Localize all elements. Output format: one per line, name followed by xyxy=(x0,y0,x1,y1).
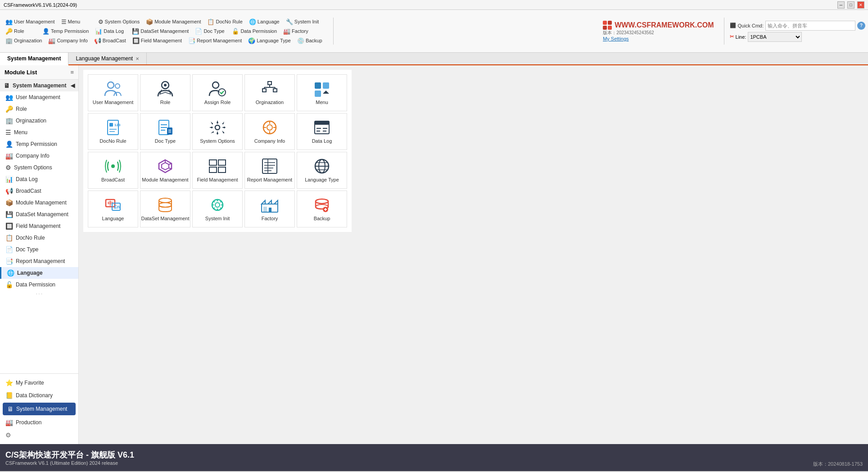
sidebar-item-module-management[interactable]: 📦 Module Management xyxy=(0,197,78,209)
grid-item-system-init[interactable]: System Init xyxy=(192,191,243,227)
sidebar-my-favorite-label: My Favorite xyxy=(16,380,44,386)
sidebar-gear-icon[interactable]: ⚙ xyxy=(0,429,78,441)
grid-factory-icon xyxy=(261,197,279,214)
toolbar-language[interactable]: 🌐 Language xyxy=(246,18,282,26)
sidebar-item-temp-permission[interactable]: 👤 Temp Permission xyxy=(0,138,78,150)
toolbar-company-info[interactable]: 🏭 Company Info xyxy=(45,36,90,45)
toolbar-data-log[interactable]: 📊 Data Log xyxy=(92,27,128,36)
toolbar-role[interactable]: 🔑 Role xyxy=(3,27,39,36)
toolbar-language-type-label: Language Type xyxy=(257,38,291,43)
grid-item-company-info[interactable]: Company Info xyxy=(244,113,295,150)
sidebar-item-broadcast[interactable]: 📢 BroadCast xyxy=(0,185,78,197)
sidebar-item-docno-rule[interactable]: 📋 DocNo Rule xyxy=(0,232,78,244)
toolbar-broadcast[interactable]: 📢 BroadCast xyxy=(91,36,129,45)
toolbar-docno-rule[interactable]: 📋 DocNo Rule xyxy=(204,18,245,26)
sidebar-bottom-my-favorite[interactable]: ⭐ My Favorite xyxy=(0,377,78,389)
sidebar-collapse-icon[interactable]: ≡ xyxy=(70,69,74,76)
sidebar-item-system-options[interactable]: ⚙ System Options xyxy=(0,162,78,173)
grid-item-system-options[interactable]: System Options xyxy=(192,113,243,150)
grid-item-language[interactable]: 中 En Language xyxy=(88,191,138,227)
sidebar-docno-rule-label: DocNo Rule xyxy=(16,235,45,241)
grid-item-factory[interactable]: Factory xyxy=(244,191,295,227)
grid-item-docno-rule[interactable]: 123 DocNo Rule xyxy=(88,113,138,150)
grid-item-backup[interactable]: Backup xyxy=(297,191,347,227)
sidebar-bottom: ⭐ My Favorite 📒 Data Dictionary 🖥 System… xyxy=(0,373,78,444)
grid-item-module-management[interactable]: Module Management xyxy=(140,152,190,189)
grid-item-broadcast[interactable]: BroadCast xyxy=(88,152,138,189)
sidebar-item-user-management[interactable]: 👥 User Management xyxy=(0,91,78,103)
grid-item-assign-role[interactable]: Assign Role xyxy=(192,74,243,111)
tab-language-management-close[interactable]: ✕ xyxy=(136,56,139,61)
quick-cmd-input[interactable] xyxy=(765,21,855,31)
sidebar-doc-type-label: Doc Type xyxy=(16,246,38,253)
toolbar-dataset-management[interactable]: 💾 DataSet Management xyxy=(129,27,191,36)
sidebar-item-company-info[interactable]: 🏭 Company Info xyxy=(0,150,78,162)
grid-menu-icon xyxy=(313,81,331,98)
tab-system-management[interactable]: System Management xyxy=(0,53,68,65)
sidebar-group-collapse-icon[interactable]: ◀ xyxy=(71,82,75,89)
brand-squares xyxy=(603,21,613,30)
toolbar-data-permission[interactable]: 🔓 Data Permission xyxy=(229,27,280,36)
toolbar-backup[interactable]: 💿 Backup xyxy=(294,36,330,45)
sidebar-item-role[interactable]: 🔑 Role xyxy=(0,103,78,115)
toolbar-language-label: Language xyxy=(258,19,280,24)
toolbar-language-type[interactable]: 🌍 Language Type xyxy=(245,36,294,45)
sidebar-item-report-management[interactable]: 📑 Report Management xyxy=(0,255,78,267)
sidebar-item-field-management[interactable]: 🔲 Field Management xyxy=(0,220,78,232)
toolbar-user-management[interactable]: 👥 User Management xyxy=(3,18,58,26)
sidebar-system-management-group[interactable]: 🖥 System Management ◀ xyxy=(0,80,78,91)
toolbar-menu[interactable]: ☰ Menu xyxy=(59,18,95,26)
grid-item-orginazation[interactable]: Orginazation xyxy=(244,74,295,111)
toolbar-field-management[interactable]: 🔲 Field Management xyxy=(130,36,185,45)
sidebar-item-data-log[interactable]: 📊 Data Log xyxy=(0,173,78,185)
sidebar-data-dictionary-icon: 📒 xyxy=(5,392,13,399)
my-settings-link[interactable]: My Settings xyxy=(603,36,628,41)
grid-item-field-management[interactable]: Field Management xyxy=(192,152,243,189)
sidebar-item-language[interactable]: 🌐 Language xyxy=(0,267,78,279)
line-select[interactable]: 1PCBA LINE2 LINE3 xyxy=(748,32,802,42)
close-button[interactable]: ✕ xyxy=(857,1,864,9)
grid-assign-role-icon xyxy=(208,81,226,98)
maximize-button[interactable]: □ xyxy=(847,1,854,9)
toolbar-temp-permission[interactable]: 👤 Temp Permission xyxy=(40,27,91,36)
toolbar-report-management[interactable]: 📑 Report Management xyxy=(185,36,244,45)
menu-icon: ☰ xyxy=(61,18,67,25)
toolbar-orginazation[interactable]: 🏢 Orginazation xyxy=(3,36,45,45)
grid-assign-role-label: Assign Role xyxy=(204,100,231,105)
grid-item-doc-type[interactable]: Doc Type xyxy=(140,113,190,150)
toolbar-system-options[interactable]: ⚙ System Options xyxy=(95,18,143,26)
grid-menu-label: Menu xyxy=(316,100,328,105)
sidebar-item-menu[interactable]: ☰ Menu xyxy=(0,127,78,138)
minimize-button[interactable]: ─ xyxy=(837,1,845,9)
grid-item-data-log[interactable]: Data Log xyxy=(297,113,347,150)
grid-field-management-label: Field Management xyxy=(197,177,238,182)
tab-system-management-label: System Management xyxy=(7,55,61,62)
sidebar-bottom-data-dictionary[interactable]: 📒 Data Dictionary xyxy=(0,389,78,402)
brand-square-3 xyxy=(603,26,607,30)
sidebar-item-dataset-management[interactable]: 💾 DataSet Management xyxy=(0,209,78,220)
sidebar-bottom-production[interactable]: 🏭 Production xyxy=(0,416,78,429)
help-button[interactable]: ? xyxy=(857,22,865,30)
toolbar-doc-type[interactable]: 📄 Doc Type xyxy=(192,27,228,36)
toolbar-system-init[interactable]: 🔧 System Init xyxy=(283,18,321,26)
svg-point-0 xyxy=(108,82,114,88)
sidebar-item-doc-type[interactable]: 📄 Doc Type xyxy=(0,244,78,255)
toolbar-module-management[interactable]: 📦 Module Management xyxy=(143,18,203,26)
sidebar-item-data-permission[interactable]: 🔓 Data Permission xyxy=(0,279,78,290)
grid-item-report-management[interactable]: Report Management xyxy=(244,152,295,189)
tab-language-management[interactable]: Language Management ✕ xyxy=(68,53,147,64)
grid-item-language-type[interactable]: Language Type xyxy=(297,152,347,189)
main-area: Module List ≡ 🖥 System Management ◀ 👥 Us… xyxy=(0,65,868,444)
sidebar-bottom-system-management[interactable]: 🖥 System Management xyxy=(3,403,76,415)
toolbar-factory[interactable]: 🏭 Factory xyxy=(280,27,316,36)
sidebar-item-orginazation[interactable]: 🏢 Orginazation xyxy=(0,115,78,127)
svg-marker-74 xyxy=(274,200,278,204)
temp-permission-icon: 👤 xyxy=(42,28,50,35)
grid-item-role[interactable]: Role xyxy=(140,74,190,111)
grid-data-log-label: Data Log xyxy=(312,138,332,144)
grid-item-dataset-management[interactable]: DataSet Management xyxy=(140,191,190,227)
svg-point-77 xyxy=(316,199,328,204)
grid-item-user-management[interactable]: User Management xyxy=(88,74,138,111)
sidebar-broadcast-label: BroadCast xyxy=(16,188,41,194)
grid-item-menu[interactable]: Menu xyxy=(297,74,347,111)
